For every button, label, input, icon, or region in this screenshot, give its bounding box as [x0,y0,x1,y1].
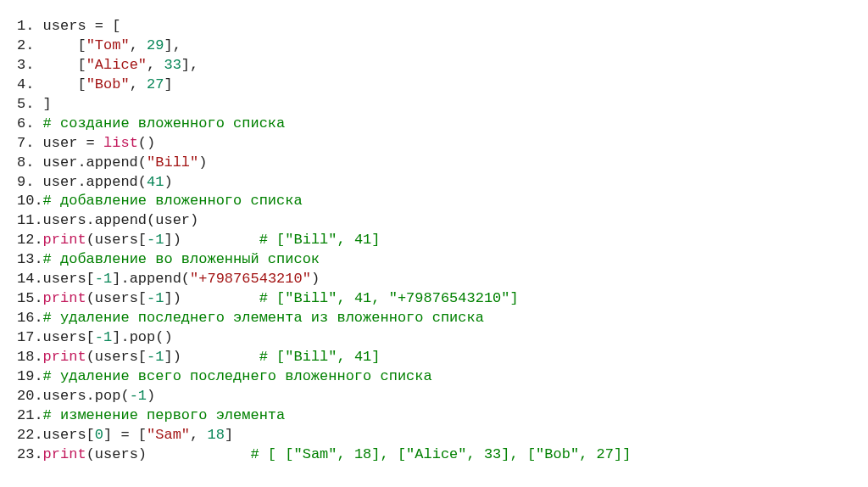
code-token: , [130,37,147,53]
line-number: 4. [17,76,34,92]
code-block: 1. users = [2. ["Tom", 29],3. ["Alice", … [17,17,851,465]
code-line: 2. ["Tom", 29], [17,36,851,56]
code-token: user.append( [34,154,147,171]
code-token: 0 [95,427,103,443]
code-token: user = [34,135,103,151]
code-line: 5. ] [17,95,851,115]
code-line: 1. users = [ [17,17,851,36]
code-token: # удаление всего последнего вложенного с… [43,368,432,384]
code-token: print [43,232,86,248]
code-token: ], [164,37,181,53]
code-token: # удаление последнего элемента из вложен… [43,310,484,326]
code-line: 3. ["Alice", 33], [17,56,851,76]
code-token: ]) [164,232,259,248]
code-token: # изменение первого элемента [43,407,286,423]
code-line: 8. user.append("Bill") [17,154,851,173]
code-token: ) [164,174,172,190]
code-token: ) [311,271,320,287]
line-number: 13. [17,251,43,267]
code-token: -1 [147,232,164,248]
code-token: ]) [164,290,259,306]
code-token: 27 [147,76,164,92]
code-line: 9. user.append(41) [17,173,851,193]
line-number: 7. [17,135,34,151]
code-token: "Bob" [86,76,130,92]
line-number: 22. [17,427,43,443]
line-number: 20. [17,388,43,404]
code-token: [ [34,76,86,92]
code-line: 18.print(users[-1]) # ["Bill", 41] [17,348,851,367]
code-line: 7. user = list() [17,134,851,154]
code-token: ]) [164,349,259,365]
code-token: 41 [147,174,164,190]
code-token: () [138,135,155,151]
code-token: "Sam" [147,427,190,443]
code-token: users = [ [34,18,120,34]
code-token: , [130,76,147,92]
code-token: (users) [86,446,251,462]
code-line: 11.users.append(user) [17,211,851,231]
code-token: -1 [147,349,164,365]
code-token: ] = [ [103,427,147,443]
line-number: 1. [17,18,34,34]
code-token: print [43,446,86,462]
code-token: # добавление вложенного списка [43,193,303,209]
code-line: 21.# изменение первого элемента [17,406,851,426]
line-number: 2. [17,37,34,53]
code-line: 14.users[-1].append("+79876543210") [17,270,851,289]
code-token: ) [198,154,207,171]
code-token: users.append(user) [43,212,199,228]
code-token: ].pop() [112,329,172,345]
code-token: -1 [95,329,112,345]
code-line: 15.print(users[-1]) # ["Bill", 41, "+798… [17,289,851,309]
code-line: 13.# добавление во вложенный список [17,250,851,270]
code-token: ) [147,388,155,404]
code-line: 16.# удаление последнего элемента из вло… [17,309,851,328]
code-token [34,115,42,132]
code-token: users[ [43,271,95,287]
code-line: 20.users.pop(-1) [17,387,851,406]
line-number: 6. [17,115,34,132]
line-number: 21. [17,407,43,423]
line-number: 23. [17,446,43,462]
code-line: 19.# удаление всего последнего вложенног… [17,367,851,387]
code-line: 17.users[-1].pop() [17,328,851,348]
code-token: (users[ [86,290,147,306]
code-token: # ["Bill", 41] [259,349,381,365]
line-number: 3. [17,57,34,73]
line-number: 19. [17,368,43,384]
code-line: 23.print(users) # [ ["Sam", 18], ["Alice… [17,445,851,465]
code-token: ] [225,427,233,443]
code-token: users[ [43,427,95,443]
code-token: print [43,290,86,306]
line-number: 14. [17,271,43,287]
code-token: (users[ [86,349,147,365]
code-token: "Alice" [86,57,147,73]
line-number: 18. [17,349,43,365]
code-token: users[ [43,329,95,345]
code-line: 10.# добавление вложенного списка [17,192,851,211]
code-token: -1 [147,290,164,306]
code-token: # [ ["Sam", 18], ["Alice", 33], ["Bob", … [250,446,631,462]
code-token: # добавление во вложенный список [43,251,320,267]
code-token: print [43,349,86,365]
code-line: 12.print(users[-1]) # ["Bill", 41] [17,231,851,250]
code-token: "Bill" [147,154,198,171]
code-token: ] [164,76,172,92]
code-token: -1 [130,388,147,404]
code-token: 33 [164,57,181,73]
code-line: 22.users[0] = ["Sam", 18] [17,426,851,445]
code-token: ].append( [112,271,190,287]
code-token: (users[ [86,232,147,248]
code-token: "+79876543210" [190,271,311,287]
code-token: , [190,427,207,443]
line-number: 17. [17,329,43,345]
line-number: 11. [17,212,43,228]
code-line: 4. ["Bob", 27] [17,76,851,95]
code-token: # ["Bill", 41] [259,232,381,248]
line-number: 12. [17,232,43,248]
code-token: # ["Bill", 41, "+79876543210"] [259,290,519,306]
code-token: ] [34,96,51,112]
line-number: 9. [17,174,34,190]
code-token: 29 [147,37,164,53]
